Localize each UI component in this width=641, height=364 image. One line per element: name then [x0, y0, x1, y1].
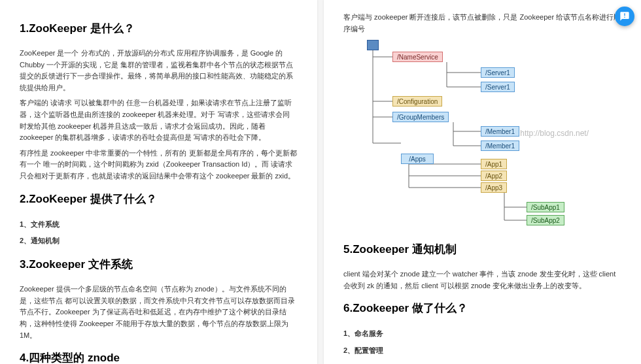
heading-3: 3.Zookeeper 文件系统	[20, 257, 298, 272]
node-nameservice: /NameService	[392, 52, 443, 62]
para: client 端会对某个 znode 建立一个 watcher 事件，当该 zn…	[343, 269, 621, 291]
chat-icon	[619, 11, 630, 22]
node-member1: /Member1	[481, 126, 519, 137]
node-server1: /Server1	[481, 67, 515, 78]
node-app3: /App3	[481, 182, 507, 193]
heading-4: 4.四种类型的 znode	[20, 350, 298, 364]
list-item: 2、配置管理	[343, 344, 621, 357]
heading-6: 6.Zookeeper 做了什么？	[343, 301, 621, 316]
node-apps: /Apps	[401, 154, 434, 164]
heading-1: 1.ZooKeeper 是什么？	[20, 21, 298, 36]
node-app2: /App2	[481, 171, 507, 181]
para: ZooKeeper 是一个 分布式的，开放源码的分布式 应用程序协调服务，是 G…	[20, 48, 298, 93]
node-subapp2: /SubApp2	[527, 215, 564, 225]
node-groupmembers: /GroupMembers	[392, 112, 449, 122]
para: 客户端的 读请求 可以被集群中的 任意一台机器处理，如果读请求在节点上注册了监听…	[20, 97, 298, 143]
list-item: 1、命名服务	[343, 327, 621, 340]
node-configuration: /Configuration	[392, 96, 442, 107]
watermark: http://blog.csdn.net/	[520, 129, 589, 138]
page-1: 1.ZooKeeper 是什么？ ZooKeeper 是一个 分布式的，开放源码…	[0, 0, 317, 364]
node-app1: /App1	[481, 159, 507, 169]
node-member1-2: /Member1	[481, 141, 519, 151]
heading-5: 5.Zookeeper 通知机制	[343, 242, 621, 257]
para: 客户端与 zookeeper 断开连接后，该节点被删除，只是 Zookeeper…	[343, 12, 621, 35]
node-subapp1: /SubApp1	[527, 202, 564, 212]
para: 有序性是 zookeeper 中非常重要的一个特性，所有的 更新都是全局有序的，…	[20, 148, 298, 182]
znode-tree-diagram: /NameService /Server1 /Server1 /Configur…	[343, 40, 621, 233]
list-item: 2、通知机制	[20, 235, 298, 248]
list-item: 1、文件系统	[20, 218, 298, 231]
assistant-fab[interactable]	[615, 7, 634, 26]
para: Zookeeper 提供一个多层级的节点命名空间（节点称为 znode）。与文件…	[20, 284, 298, 341]
page-2: 客户端与 zookeeper 断开连接后，该节点被删除，只是 Zookeeper…	[324, 0, 641, 364]
root-node	[367, 40, 379, 50]
node-server1-2: /Server1	[481, 82, 515, 92]
heading-2: 2.ZooKeeper 提供了什么？	[20, 191, 298, 207]
